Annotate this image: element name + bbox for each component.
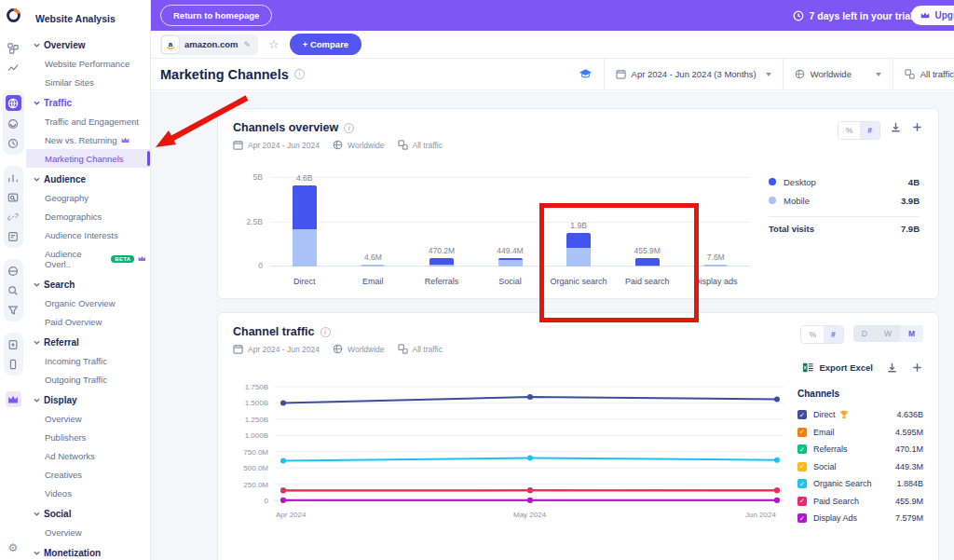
- tutorial-cap-icon[interactable]: [567, 68, 604, 80]
- channel-checkbox[interactable]: ✓: [797, 479, 807, 488]
- channel-checkbox[interactable]: ✓: [797, 462, 807, 471]
- bar-column-paid-search[interactable]: 455.9M: [613, 159, 682, 266]
- bar-column-display-ads[interactable]: 7.6M: [681, 159, 750, 266]
- funnel-icon[interactable]: [7, 303, 20, 317]
- sidebar-item-incoming-traffic[interactable]: Incoming Traffic: [26, 351, 150, 370]
- favorite-star-icon[interactable]: ☆: [268, 37, 279, 51]
- sidebar-item-traffic-and-engagement[interactable]: Traffic and Engagement: [26, 112, 150, 130]
- channel-checkbox[interactable]: ✓: [797, 513, 807, 523]
- percent-toggle[interactable]: %: [801, 326, 824, 343]
- percent-toggle[interactable]: %: [838, 122, 861, 139]
- channel-checkbox[interactable]: ✓: [797, 410, 807, 419]
- export-excel-button[interactable]: Export Excel: [802, 362, 873, 374]
- keyword-search-icon[interactable]: [7, 190, 20, 204]
- geo-dropdown[interactable]: Worldwide: [783, 59, 893, 89]
- sidebar-section-traffic[interactable]: Traffic: [26, 91, 150, 112]
- sidebar-item-geography[interactable]: Geography: [26, 188, 150, 207]
- sidebar-item-ad-networks[interactable]: Ad Networks: [26, 446, 150, 465]
- crown-icon: [138, 254, 146, 263]
- sidebar-item-new-vs-returning[interactable]: New vs. Returning: [26, 130, 150, 149]
- monthly-toggle[interactable]: M: [900, 325, 923, 342]
- return-to-homepage-button[interactable]: Return to homepage: [160, 5, 272, 26]
- sidebar-item-similar-sites[interactable]: Similar Sites: [26, 73, 150, 91]
- sidebar-section-referral[interactable]: Referral: [26, 331, 150, 351]
- link-icon[interactable]: [7, 210, 20, 224]
- weekly-toggle[interactable]: W: [876, 325, 900, 342]
- workspace-icon[interactable]: [7, 41, 20, 55]
- number-toggle[interactable]: #: [824, 326, 843, 343]
- sidebar-item-audience-overl[interactable]: Audience Overl..BETA: [26, 244, 150, 273]
- info-icon[interactable]: i: [344, 123, 354, 133]
- sidebar-item-creatives[interactable]: Creatives: [26, 465, 150, 484]
- sidebar-item-website-performance[interactable]: Website Performance: [26, 54, 150, 73]
- channel-legend-item-paid-search[interactable]: ✓Paid Search455.9M: [797, 493, 923, 511]
- settings-gear-icon[interactable]: ⚙: [0, 541, 26, 554]
- bar-column-email[interactable]: 4.6M: [339, 159, 408, 266]
- trend-icon[interactable]: [7, 61, 20, 75]
- bar-column-referrals[interactable]: 470.2M: [407, 159, 476, 266]
- channel-legend-item-social[interactable]: ✓Social449.3M: [797, 458, 923, 476]
- legend-item-desktop[interactable]: Desktop4B: [769, 172, 920, 191]
- trophy-icon: [839, 410, 849, 419]
- sidebar-item-publishers[interactable]: Publishers: [26, 428, 150, 446]
- sidebar-item-demographics[interactable]: Demographics: [26, 207, 150, 225]
- download-icon[interactable]: [886, 362, 898, 374]
- sidebar-item-overview[interactable]: Overview: [26, 523, 150, 541]
- channel-legend-item-organic-search[interactable]: ✓Organic Search1.884B: [797, 475, 923, 493]
- compare-button[interactable]: + Compare: [290, 34, 361, 55]
- app-research-icon[interactable]: [7, 116, 20, 130]
- sidebar-item-audience-interests[interactable]: Audience Interests: [26, 225, 150, 244]
- bar-column-social[interactable]: 449.4M: [476, 159, 545, 266]
- add-to-dashboard-icon[interactable]: [911, 362, 923, 374]
- sidebar-item-marketing-channels[interactable]: Marketing Channels: [26, 149, 150, 168]
- legend-dot: [769, 178, 776, 185]
- chevron-down-icon: [34, 397, 40, 403]
- sidebar-item-paid-overview[interactable]: Paid Overview: [26, 312, 150, 331]
- channel-legend-item-direct[interactable]: ✓Direct4.636B: [797, 406, 923, 424]
- chevron-down-icon: [34, 100, 40, 106]
- sidebar-section-display[interactable]: Display: [26, 389, 150, 409]
- bar-value-label: 455.9M: [634, 246, 661, 255]
- sidebar-section-search[interactable]: Search: [26, 273, 150, 294]
- similarweb-logo-icon[interactable]: [6, 7, 21, 23]
- history-icon[interactable]: [7, 136, 20, 150]
- export-doc-icon[interactable]: [7, 337, 20, 351]
- bar-column-organic-search[interactable]: 1.9B: [544, 159, 613, 266]
- sidebar-section-social[interactable]: Social: [26, 502, 150, 523]
- crown-icon[interactable]: [6, 391, 21, 407]
- total-visits-value: 7.9B: [901, 224, 920, 234]
- sidebar-section-overview[interactable]: Overview: [26, 34, 150, 54]
- sidebar-item-organic-overview[interactable]: Organic Overview: [26, 294, 150, 312]
- traffic-type-dropdown[interactable]: All traffic: [893, 59, 954, 89]
- number-toggle[interactable]: #: [860, 122, 879, 139]
- sidebar-section-audience[interactable]: Audience: [26, 168, 150, 188]
- channel-legend-item-email[interactable]: ✓Email4.595M: [797, 424, 923, 442]
- mobile-icon[interactable]: [7, 357, 20, 371]
- globe-alt-icon[interactable]: [7, 264, 20, 278]
- channel-legend-item-referrals[interactable]: ✓Referrals470.1M: [797, 441, 923, 458]
- bar-chart-icon[interactable]: [7, 171, 20, 184]
- upgrade-button[interactable]: Upgrade: [911, 6, 954, 25]
- sidebar-section-monetization[interactable]: Monetization: [26, 541, 150, 560]
- download-icon[interactable]: [890, 121, 902, 133]
- notes-icon[interactable]: [7, 229, 20, 243]
- sidebar-item-label: Organic Overview: [45, 298, 116, 308]
- channel-checkbox[interactable]: ✓: [797, 497, 807, 506]
- info-icon[interactable]: i: [320, 327, 331, 337]
- date-range-dropdown[interactable]: Apr 2024 - Jun 2024 (3 Months): [604, 59, 783, 89]
- add-to-dashboard-icon[interactable]: [911, 121, 923, 133]
- sidebar-item-outgoing-traffic[interactable]: Outgoing Traffic: [26, 370, 150, 389]
- magnifier-icon[interactable]: [7, 283, 20, 297]
- web-research-icon[interactable]: [6, 95, 21, 111]
- channel-checkbox[interactable]: ✓: [797, 444, 807, 454]
- bar-column-direct[interactable]: 4.6B: [270, 159, 339, 266]
- edit-domain-icon[interactable]: ✎: [244, 40, 252, 49]
- info-icon[interactable]: i: [294, 69, 305, 79]
- channel-checkbox[interactable]: ✓: [797, 428, 807, 437]
- legend-item-mobile[interactable]: Mobile3.9B: [769, 191, 920, 210]
- channel-legend-item-display-ads[interactable]: ✓Display Ads7.579M: [797, 510, 923, 527]
- domain-pill[interactable]: a amazon.com ✎: [160, 34, 258, 55]
- sidebar-item-overview[interactable]: Overview: [26, 409, 150, 428]
- sidebar-item-videos[interactable]: Videos: [26, 484, 150, 502]
- daily-toggle[interactable]: D: [853, 325, 876, 342]
